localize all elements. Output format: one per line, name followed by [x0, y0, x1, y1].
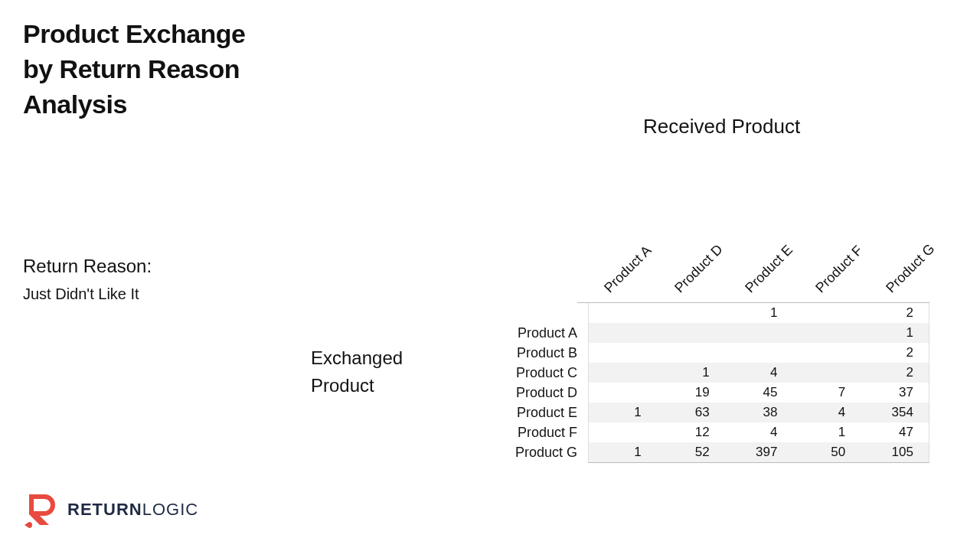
row-label: Product G — [485, 442, 588, 462]
cell: 2 — [861, 303, 929, 323]
cell: 7 — [792, 383, 861, 403]
table-row: Product E163384354 — [485, 403, 929, 422]
cell: 2 — [861, 363, 929, 383]
row-label: Product D — [485, 383, 588, 403]
row-label: Product A — [485, 323, 588, 343]
cell: 397 — [725, 442, 793, 462]
cell — [657, 303, 725, 323]
cell: 38 — [725, 403, 793, 422]
table-row: Product A1 — [485, 323, 929, 343]
return-reason-label: Return Reason: — [23, 256, 152, 277]
cell: 1 — [792, 422, 861, 442]
cell: 1 — [657, 363, 725, 383]
cell — [792, 323, 861, 343]
exchanged-label-line-2: Product — [311, 372, 403, 399]
cell: 19 — [657, 383, 725, 403]
column-header: Product D — [671, 242, 726, 296]
cell — [589, 422, 657, 442]
cell — [589, 303, 657, 323]
cell: 354 — [861, 403, 929, 422]
cell: 4 — [792, 403, 861, 422]
cell — [657, 323, 725, 343]
row-cells: 2 — [588, 343, 929, 363]
cell — [589, 383, 657, 403]
exchanged-label-line-1: Exchanged — [311, 344, 403, 372]
table-row: Product G15239750105 — [485, 442, 929, 462]
cell — [589, 343, 657, 363]
cell: 52 — [657, 442, 725, 462]
cell: 47 — [861, 422, 929, 442]
column-header: Product A — [601, 243, 655, 296]
table-row: Product C142 — [485, 363, 929, 383]
row-cells: 1 — [588, 323, 929, 343]
cell — [792, 303, 861, 323]
column-header: Product E — [742, 242, 796, 296]
cell: 2 — [861, 343, 929, 363]
received-product-axis-label: Received Product — [643, 115, 800, 139]
logo-icon — [23, 491, 60, 528]
cell: 1 — [725, 303, 793, 323]
page-title: Product Exchange by Return Reason Analys… — [23, 17, 246, 122]
title-line-1: Product Exchange — [23, 17, 246, 52]
table-row: Product F124147 — [485, 422, 929, 442]
row-label: Product F — [485, 422, 588, 442]
cell: 63 — [657, 403, 725, 422]
table-row: Product D1945737 — [485, 383, 929, 403]
column-header: Product G — [883, 241, 938, 296]
cell: 1 — [589, 442, 657, 462]
cell: 12 — [657, 422, 725, 442]
cell — [725, 343, 793, 363]
row-cells: 1945737 — [588, 383, 929, 403]
exchanged-product-axis-label: Exchanged Product — [311, 344, 403, 399]
cell — [792, 363, 861, 383]
row-cells: 12 — [588, 303, 929, 323]
row-label — [485, 303, 588, 323]
returnlogic-logo: RETURNLOGIC — [23, 491, 198, 528]
cell: 1 — [861, 323, 929, 343]
table-row: 12 — [485, 303, 929, 323]
cell — [589, 363, 657, 383]
cell: 4 — [725, 363, 793, 383]
column-headers: Product AProduct DProduct EProduct FProd… — [577, 203, 929, 303]
row-cells: 163384354 — [588, 403, 929, 422]
logo-text-light: LOGIC — [142, 500, 198, 520]
title-line-3: Analysis — [23, 87, 246, 122]
cell: 1 — [589, 403, 657, 422]
row-label: Product E — [485, 403, 588, 422]
exchange-matrix-table: Product AProduct DProduct EProduct FProd… — [485, 203, 929, 462]
cell — [657, 343, 725, 363]
table-body: 12Product A1Product B2Product C142Produc… — [485, 303, 929, 462]
row-label: Product C — [485, 363, 588, 383]
row-label: Product B — [485, 343, 588, 363]
cell: 50 — [792, 442, 861, 462]
cell — [589, 323, 657, 343]
cell — [725, 323, 793, 343]
column-header: Product F — [812, 243, 866, 296]
return-reason-value: Just Didn't Like It — [23, 285, 139, 303]
cell: 45 — [725, 383, 793, 403]
logo-text: RETURNLOGIC — [67, 500, 198, 520]
row-cells: 124147 — [588, 422, 929, 442]
cell: 4 — [725, 422, 793, 442]
cell: 105 — [861, 442, 929, 462]
logo-text-bold: RETURN — [67, 500, 142, 520]
cell — [792, 343, 861, 363]
row-cells: 142 — [588, 363, 929, 383]
table-row: Product B2 — [485, 343, 929, 363]
title-line-2: by Return Reason — [23, 52, 246, 87]
row-cells: 15239750105 — [588, 442, 929, 463]
cell: 37 — [861, 383, 929, 403]
